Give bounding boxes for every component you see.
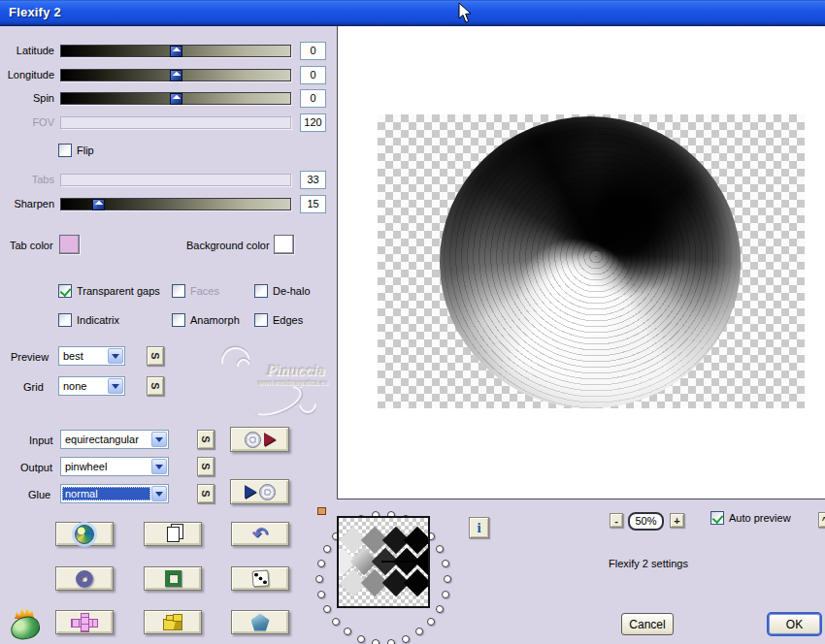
- dice-icon: [251, 569, 269, 587]
- zoom-out-button[interactable]: -: [610, 513, 623, 528]
- grid-label: Grid: [23, 381, 44, 393]
- chevron-down-icon[interactable]: [108, 348, 123, 364]
- info-button[interactable]: i: [469, 517, 489, 538]
- random-button[interactable]: [231, 566, 289, 591]
- chevron-down-icon[interactable]: [108, 378, 123, 394]
- longitude-row: Longitude: [0, 65, 335, 84]
- tabs-label: Tabs: [0, 174, 54, 185]
- undo-button[interactable]: ↶: [231, 522, 289, 546]
- grid-dropdown-value: none: [59, 380, 107, 392]
- chevron-down-icon[interactable]: [151, 486, 167, 501]
- longitude-slider[interactable]: [60, 69, 291, 81]
- faces-checkbox-box[interactable]: [172, 284, 185, 298]
- faces-checkbox[interactable]: Faces: [172, 284, 219, 298]
- input-s-button[interactable]: S: [197, 430, 214, 449]
- flip-checkbox-box[interactable]: [58, 144, 72, 157]
- ok-button[interactable]: OK: [767, 612, 822, 636]
- grid-s-button[interactable]: S: [147, 376, 164, 396]
- glue-dropdown[interactable]: normal: [60, 484, 169, 503]
- edges-checkbox-box[interactable]: [254, 313, 268, 327]
- zoom-in-button[interactable]: +: [670, 513, 684, 528]
- collapse-button[interactable]: ^: [818, 512, 825, 528]
- latitude-slider[interactable]: [60, 45, 291, 57]
- sharpen-slider[interactable]: [60, 198, 291, 210]
- auto-preview-checkbox[interactable]: Auto preview: [710, 511, 791, 525]
- indicatrix-checkbox[interactable]: Indicatrix: [58, 313, 119, 327]
- cd-disc-icon: [245, 432, 261, 448]
- torus-button[interactable]: [55, 566, 114, 591]
- input-label: Input: [29, 435, 52, 446]
- load-settings-button[interactable]: [230, 427, 289, 452]
- brick-button[interactable]: [144, 610, 202, 634]
- longitude-slider-handle[interactable]: [170, 70, 182, 81]
- copy-pages-icon: [167, 527, 180, 542]
- transparent-gaps-checkbox-box[interactable]: [58, 284, 72, 298]
- glue-s-button[interactable]: S: [197, 484, 214, 503]
- fov-value-input[interactable]: [300, 113, 326, 132]
- sharpen-row: Sharpen: [0, 194, 335, 213]
- input-thumbnail[interactable]: [337, 516, 430, 608]
- preview-canvas[interactable]: [337, 26, 825, 499]
- auto-preview-label: Auto preview: [729, 512, 791, 524]
- preview-dropdown[interactable]: best: [58, 346, 125, 366]
- undo-arrow-icon: ↶: [252, 525, 268, 543]
- output-dropdown[interactable]: pinwheel: [60, 457, 169, 476]
- cube-net-button[interactable]: [55, 610, 114, 634]
- latitude-slider-handle[interactable]: [170, 46, 182, 57]
- copy-button[interactable]: [144, 522, 202, 546]
- anamorph-checkbox[interactable]: Anamorph: [172, 313, 240, 327]
- transparency-checkerboard: [378, 114, 805, 408]
- frame-button[interactable]: [144, 566, 202, 591]
- de-halo-checkbox-box[interactable]: [254, 284, 268, 298]
- spin-slider-handle[interactable]: [170, 93, 182, 105]
- flip-label: Flip: [77, 145, 94, 156]
- settings-text: Flexify 2 settings: [609, 558, 688, 569]
- output-s-button[interactable]: S: [197, 457, 214, 476]
- preview-s-button[interactable]: S: [147, 346, 164, 366]
- spin-value-input[interactable]: [300, 89, 326, 108]
- globe-icon: [75, 525, 94, 544]
- tab-color-label: Tab color: [10, 240, 53, 251]
- info-icon: i: [477, 520, 480, 536]
- transparent-gaps-checkbox[interactable]: Transparent gaps: [58, 284, 160, 298]
- sharpen-value-input[interactable]: [300, 195, 326, 213]
- flip-checkbox[interactable]: Flip: [58, 144, 94, 157]
- longitude-label: Longitude: [0, 69, 54, 80]
- anamorph-checkbox-box[interactable]: [172, 313, 185, 327]
- globe-button[interactable]: [55, 522, 114, 546]
- latitude-label: Latitude: [0, 45, 54, 56]
- spin-slider[interactable]: [60, 92, 291, 105]
- anamorph-label: Anamorph: [190, 314, 240, 326]
- watermark: Pinuccia www.misidiragrafica.eu: [215, 347, 346, 425]
- chevron-down-icon[interactable]: [151, 432, 167, 447]
- tab-color-swatch[interactable]: [59, 235, 80, 254]
- save-settings-button[interactable]: [230, 479, 289, 504]
- spin-label: Spin: [0, 92, 54, 104]
- output-dropdown-value: pinwheel: [61, 461, 150, 472]
- de-halo-checkbox[interactable]: De-halo: [254, 284, 311, 298]
- background-color-swatch[interactable]: [274, 235, 294, 254]
- mouse-cursor-icon: [458, 3, 474, 24]
- polyhedron-button[interactable]: [231, 610, 289, 634]
- pinwheel-preview-image: [440, 116, 741, 408]
- titlebar[interactable]: Flexify 2: [0, 0, 825, 26]
- latitude-row: Latitude: [0, 41, 335, 60]
- auto-preview-checkbox-box[interactable]: [710, 511, 724, 525]
- chevron-down-icon[interactable]: [151, 459, 167, 474]
- grid-dropdown[interactable]: none: [58, 376, 125, 396]
- glue-dropdown-value: normal: [62, 487, 150, 500]
- latitude-value-input[interactable]: [300, 42, 326, 60]
- square-frame-icon: [165, 570, 182, 587]
- input-dropdown[interactable]: equirectangular: [60, 430, 169, 449]
- sharpen-slider-handle[interactable]: [92, 199, 105, 210]
- indicatrix-checkbox-box[interactable]: [58, 313, 72, 327]
- tabs-value-input[interactable]: [300, 171, 326, 189]
- tabs-slider: [60, 174, 291, 186]
- cancel-button[interactable]: Cancel: [621, 613, 674, 635]
- longitude-value-input[interactable]: [300, 66, 326, 84]
- edges-checkbox[interactable]: Edges: [254, 313, 303, 327]
- torus-icon: [76, 570, 93, 588]
- flaming-pear-logo-icon: [11, 615, 40, 638]
- glue-label: Glue: [28, 489, 50, 500]
- brick-icon: [163, 619, 182, 630]
